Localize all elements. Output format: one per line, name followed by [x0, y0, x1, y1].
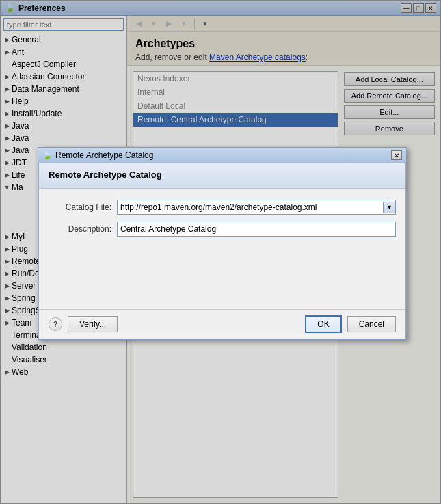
- catalog-file-label: Catalog File:: [49, 202, 117, 212]
- modal-overlay: 🍃 Remote Archetype Catalog ✕ Remote Arch…: [0, 0, 441, 504]
- dialog-title-icon: 🍃: [42, 150, 53, 160]
- help-button[interactable]: ?: [49, 317, 62, 331]
- dialog-footer: ? Verify... OK Cancel: [39, 309, 405, 339]
- dialog-outer-title-text: Remote Archetype Catalog: [55, 150, 153, 160]
- description-label: Description:: [49, 224, 117, 234]
- dialog-close-button[interactable]: ✕: [391, 150, 402, 160]
- cancel-button[interactable]: Cancel: [347, 316, 396, 332]
- catalog-file-input[interactable]: [118, 200, 383, 214]
- catalog-file-dropdown-arrow[interactable]: ▼: [383, 202, 395, 213]
- catalog-file-row: Catalog File: ▼: [49, 200, 396, 215]
- verify-button[interactable]: Verify...: [68, 316, 118, 332]
- dialog-spacer: [49, 243, 396, 298]
- description-input[interactable]: [117, 222, 396, 237]
- dialog-title-bar: 🍃 Remote Archetype Catalog ✕: [38, 148, 406, 163]
- dialog-inner: Remote Archetype Catalog Catalog File: ▼…: [38, 163, 406, 339]
- dialog-inner-title: Remote Archetype Catalog: [49, 170, 396, 180]
- ok-button[interactable]: OK: [305, 315, 341, 333]
- dialog-form: Catalog File: ▼ Description:: [39, 189, 405, 309]
- dialog-inner-header: Remote Archetype Catalog: [39, 163, 405, 189]
- dialog-title-left: 🍃 Remote Archetype Catalog: [42, 150, 153, 160]
- dialog-outer: 🍃 Remote Archetype Catalog ✕ Remote Arch…: [38, 147, 407, 340]
- catalog-file-input-wrap: ▼: [117, 200, 396, 215]
- description-row: Description:: [49, 222, 396, 237]
